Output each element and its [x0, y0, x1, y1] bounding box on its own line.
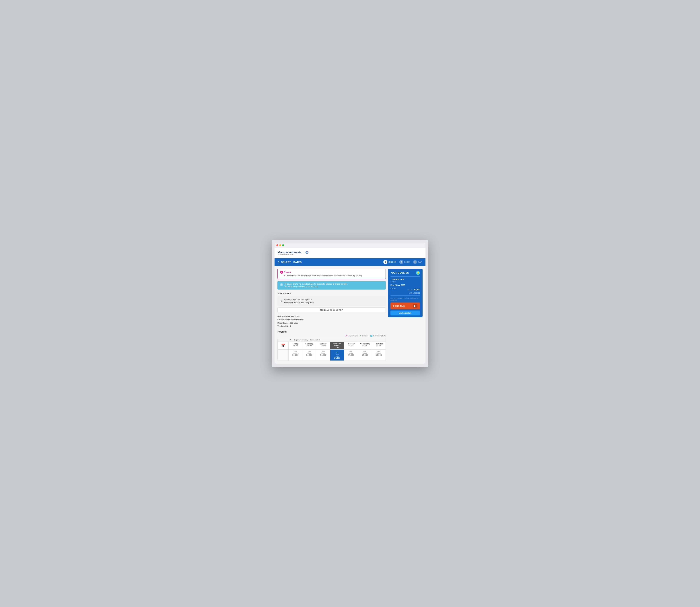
- idr-value-sidebar: 1,783,000: [413, 292, 420, 294]
- continue-label: CONTINUE: [393, 305, 405, 307]
- booking-details-label: Booking details: [399, 312, 411, 314]
- miles-label-sidebar: MILES: [408, 289, 413, 291]
- wednesday-day: Wednesday: [359, 343, 371, 345]
- wednesday-miles: MILES: [359, 353, 371, 354]
- monday-day: Monday: [331, 344, 343, 347]
- wednesday-date: 22 Jan: [359, 345, 371, 347]
- steps-list: 1 SELECT 2 BOOK 3 PAY: [384, 260, 422, 264]
- miles-balance-label: Miles Balance: [278, 322, 289, 324]
- traveller-sub: 1 Adult: [391, 281, 420, 283]
- legend-overlapping: i Overlapping Date: [370, 335, 386, 337]
- results-title: Results: [278, 330, 386, 333]
- step-3-circle: 3: [413, 260, 417, 264]
- sidebar-card: YOUR BOOKING 💡 1 TRAVELLER 1 Adult Mon 2…: [388, 269, 422, 317]
- sidebar-light-icon: 💡: [416, 271, 420, 275]
- step-1-circle: 1: [384, 260, 387, 264]
- error-title: ✕ 1 error: [280, 271, 383, 274]
- continue-button[interactable]: CONTINUE ▶: [391, 302, 420, 310]
- close-dot[interactable]: [276, 244, 278, 246]
- steps-bar: 1. SELECT - DATES 1 SELECT 2 BOOK 3 PAY: [275, 258, 425, 266]
- price-cell-wednesday[interactable]: From MILES 54,000: [358, 350, 372, 360]
- thursday-miles: MILES: [373, 353, 385, 354]
- selected-checkmark-icon: ✔: [331, 351, 343, 354]
- saturday-day: Saturday: [303, 343, 315, 345]
- error-x-icon: ✕: [280, 271, 283, 274]
- card-owner-value: Immanuel Debeer: [288, 319, 303, 321]
- price-values: MILES 54,000 IDR 1,783,000: [408, 288, 420, 294]
- legend-lowest-fares: 🏷 Lowest Fares: [345, 335, 358, 337]
- error-title-text: 1 error: [284, 271, 291, 273]
- grid-date-thursday[interactable]: Thursday 23 Jan: [372, 342, 386, 349]
- user-balance-row: User's balance: 600 miles: [278, 315, 386, 318]
- departure-route-row: Departure: Sydney – Denpasar-Bali: [279, 339, 320, 341]
- grid-date-wednesday[interactable]: Wednesday 22 Jan: [358, 342, 372, 349]
- price-cell-tuesday[interactable]: From MILES 54,000: [344, 350, 358, 360]
- thursday-from: From: [373, 351, 385, 352]
- main-layout: ✕ 1 error • The user does not have enoug…: [275, 266, 425, 363]
- error-message: • The user does not have enough miles av…: [284, 275, 383, 277]
- miles-balance-row: Miles Balance 600 miles: [278, 321, 386, 325]
- friday-price: 54,000: [289, 354, 302, 356]
- search-section-title: Your search: [278, 292, 386, 295]
- wednesday-from: From: [359, 351, 371, 352]
- monday-price: 54,000: [331, 357, 343, 359]
- header: Garuda Indonesia The Airline of Indonesi…: [275, 248, 425, 258]
- grid-date-friday[interactable]: Friday 17 Jan: [289, 342, 302, 349]
- main-content: ✕ 1 error • The user does not have enoug…: [278, 269, 386, 361]
- departure-label-text: DEPARTURE:: [331, 343, 343, 344]
- booking-details-button[interactable]: Booking details: [391, 311, 420, 315]
- miles-balance-value: 600 miles: [290, 322, 298, 324]
- tuesday-price: 54,000: [345, 354, 357, 356]
- price-row: FROM MILES 54,000 IDR 1,783,000: [391, 288, 420, 294]
- miles-value-sidebar: 54,000: [414, 289, 420, 291]
- garuda-logo-icon: [302, 250, 309, 255]
- sunday-miles: MILES: [317, 353, 329, 354]
- legend: 🏷 Lowest Fares ✔ Selection i Overlapping…: [278, 335, 386, 337]
- tuesday-date: 21 Jan: [345, 345, 357, 347]
- info-box-content: i This page shows the lowest mileage for…: [280, 283, 383, 288]
- step-3[interactable]: 3 PAY: [413, 260, 422, 264]
- tuesday-miles: MILES: [345, 353, 357, 354]
- step-2[interactable]: 2 BOOK: [399, 260, 410, 264]
- grid-date-monday[interactable]: DEPARTURE: Monday 20 Jan: [330, 342, 344, 349]
- grid-date-saturday[interactable]: Saturday 18 Jan: [302, 342, 316, 349]
- logo-main: Garuda Indonesia: [278, 251, 301, 254]
- minimize-dot[interactable]: [279, 244, 281, 246]
- expand-dot[interactable]: [282, 244, 284, 246]
- logo-area: Garuda Indonesia The Airline of Indonesi…: [278, 250, 422, 255]
- idr-display: IDR 1,783,000: [408, 291, 420, 294]
- browser-bar: [275, 243, 425, 248]
- thursday-date: 23 Jan: [373, 345, 385, 347]
- idr-label-sidebar: IDR: [409, 292, 412, 294]
- card-owner-label: Card Owner: [278, 319, 288, 321]
- step-2-circle: 2: [399, 260, 403, 264]
- step-1[interactable]: 1 SELECT: [384, 260, 396, 264]
- sunday-price: 54,000: [317, 354, 329, 356]
- grid-prices-row: From MILES 54,000 From MILES 54,000 Fr: [278, 350, 386, 360]
- price-cell-friday[interactable]: From MILES 54,000: [289, 350, 302, 360]
- legend-lowest-label: Lowest Fares: [348, 335, 358, 337]
- miles-display: MILES 54,000: [408, 288, 420, 291]
- tier-label: Tier Level: [278, 325, 286, 327]
- info-box: i This page shows the lowest mileage for…: [278, 281, 386, 290]
- step-2-label: BOOK: [404, 261, 410, 263]
- friday-miles: MILES: [289, 353, 302, 354]
- price-cell-sunday[interactable]: From MILES 54,000: [316, 350, 330, 360]
- tuesday-from: From: [345, 351, 357, 352]
- thursday-day: Thursday: [373, 343, 385, 345]
- price-note: One way price per traveller (including t…: [391, 297, 420, 301]
- search-box: ✈ Sydney Kingsford Smith (SYD) Denpasar-…: [278, 296, 386, 306]
- grid-date-sunday[interactable]: Sunday 19 Jan: [316, 342, 330, 349]
- price-cell-saturday[interactable]: From MILES 54,000: [302, 350, 316, 360]
- sunday-from: From: [317, 351, 329, 352]
- grid-date-tuesday[interactable]: Tuesday 21 Jan: [344, 342, 358, 349]
- saturday-from: From: [303, 351, 315, 352]
- friday-from: From: [289, 351, 302, 352]
- price-cell-monday[interactable]: ✔ From MILES 54,000: [330, 350, 344, 360]
- grid-dates-row: 📅 Friday 17 Jan Saturday 18 Jan: [278, 342, 386, 350]
- booking-date: Mon 20 Jan 2025: [391, 284, 420, 286]
- sidebar-header-title: YOUR BOOKING: [391, 272, 409, 274]
- thursday-price: 54,000: [373, 354, 385, 356]
- saturday-date: 18 Jan: [303, 345, 315, 347]
- price-cell-thursday[interactable]: From MILES 54,000: [372, 350, 386, 360]
